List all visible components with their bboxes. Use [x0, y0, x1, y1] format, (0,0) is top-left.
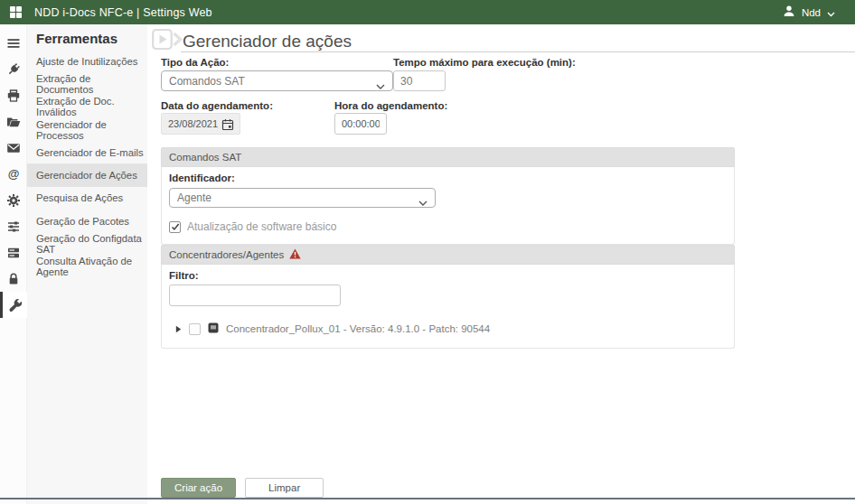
sidebar: Ferramentas Ajuste de Inutilizações Extr…	[27, 24, 147, 504]
sidebar-item-gerenciador-emails[interactable]: Gerenciador de E-mails	[27, 141, 147, 163]
filter-input[interactable]	[169, 285, 341, 306]
chevron-down-icon	[418, 196, 428, 209]
at-sign-icon[interactable]: @	[0, 161, 27, 187]
sidebar-item-geracao-pacotes[interactable]: Geração de Pacotes	[27, 210, 147, 232]
topbar: NDD i-Docs NFC-e | Settings Web Ndd	[0, 0, 855, 24]
gear-icon[interactable]	[0, 187, 27, 213]
action-type-value: Comandos SAT	[169, 75, 245, 88]
tree-row: Concentrador_Pollux_01 - Versão: 4.9.1.0…	[169, 321, 727, 337]
sat-commands-panel-header: Comandos SAT	[161, 147, 735, 167]
schedule-date-input[interactable]: 23/08/2021	[161, 113, 240, 135]
basic-software-update-checkbox[interactable]	[169, 221, 181, 233]
sidebar-header: Ferramentas	[36, 31, 117, 46]
identifier-label: Identificador:	[169, 173, 727, 183]
concentrator-checkbox[interactable]	[189, 323, 201, 335]
title-divider	[181, 51, 855, 52]
concentrator-label: Concentrador_Pollux_01 - Versão: 4.9.1.0…	[226, 323, 490, 334]
plug-icon[interactable]	[0, 56, 27, 82]
server-icon[interactable]	[0, 239, 27, 266]
check-icon	[171, 222, 180, 231]
wrench-icon[interactable]	[0, 292, 27, 318]
mail-icon[interactable]	[0, 135, 27, 161]
window-bottom-edge	[0, 498, 855, 499]
sidebar-item-pesquisa-acoes[interactable]: Pesquisa de Ações	[27, 187, 147, 210]
app-title: NDD i-Docs NFC-e | Settings Web	[34, 6, 212, 19]
action-type-label: Tipo da Ação:	[161, 57, 229, 68]
sliders-icon[interactable]	[0, 213, 27, 239]
sidebar-item-extracao-documentos[interactable]: Extração de Documentos	[27, 72, 147, 95]
user-name: Ndd	[802, 7, 821, 18]
action-type-select[interactable]: Comandos SAT	[161, 70, 393, 91]
chevron-down-icon	[827, 5, 835, 21]
warning-icon	[289, 248, 301, 261]
max-time-input[interactable]	[393, 70, 446, 91]
apps-grid-icon[interactable]	[10, 6, 22, 18]
sat-commands-panel-body: Identificador: Agente Atualização de sof…	[161, 167, 735, 245]
basic-software-update-label: Atualização de software básico	[187, 220, 336, 233]
form-actions: Criar ação Limpar	[161, 478, 324, 498]
sat-commands-header-label: Comandos SAT	[169, 152, 241, 163]
printer-icon[interactable]	[0, 82, 27, 108]
menu-icon[interactable]	[0, 30, 27, 56]
schedule-time-input[interactable]	[334, 113, 387, 135]
concentrators-panel-body: Filtro: Concentrador_Pollux_01 - Versão:…	[161, 265, 735, 349]
filter-label: Filtro:	[169, 270, 727, 281]
chevron-down-icon	[376, 79, 385, 92]
page-title: Gerenciador de ações	[183, 32, 352, 51]
concentrators-panel-header: Concentradores/Agentes	[161, 245, 735, 265]
sidebar-item-consulta-ativacao-agente[interactable]: Consulta Ativação de Agente	[27, 256, 147, 278]
concentrator-icon	[208, 321, 219, 337]
concentrators-header-label: Concentradores/Agentes	[169, 249, 284, 260]
tree-expander-icon[interactable]	[175, 321, 182, 337]
sidebar-item-ajuste-inutilizacoes[interactable]: Ajuste de Inutilizações	[27, 50, 147, 72]
action-manager-icon	[152, 28, 183, 55]
schedule-date-value: 23/08/2021	[168, 118, 218, 129]
sidebar-item-extracao-doc-invalidos[interactable]: Extração de Doc. Inválidos	[27, 96, 147, 118]
lock-icon[interactable]	[0, 266, 27, 292]
sidebar-item-gerenciador-processos[interactable]: Gerenciador de Processos	[27, 118, 147, 141]
sidebar-item-geracao-configdata-sat[interactable]: Geração do Configdata SAT	[27, 232, 147, 255]
calendar-icon[interactable]	[221, 118, 234, 133]
clear-button[interactable]: Limpar	[245, 478, 324, 498]
user-icon	[783, 5, 795, 21]
user-menu[interactable]: Ndd	[783, 0, 835, 24]
main-content: Gerenciador de ações Tipo da Ação: Coman…	[147, 24, 855, 504]
max-time-label: Tempo máximo para execução (min):	[393, 57, 576, 68]
icon-strip: @	[0, 24, 27, 504]
schedule-time-label: Hora do agendamento:	[334, 100, 447, 111]
create-action-button[interactable]: Criar ação	[161, 478, 236, 498]
folder-icon[interactable]	[0, 108, 27, 135]
identifier-select[interactable]: Agente	[169, 188, 436, 208]
sidebar-items: Ajuste de Inutilizações Extração de Docu…	[27, 50, 147, 278]
sidebar-item-gerenciador-acoes[interactable]: Gerenciador de Ações	[27, 163, 147, 186]
schedule-date-label: Data do agendamento:	[161, 100, 273, 111]
identifier-value: Agente	[177, 191, 211, 204]
